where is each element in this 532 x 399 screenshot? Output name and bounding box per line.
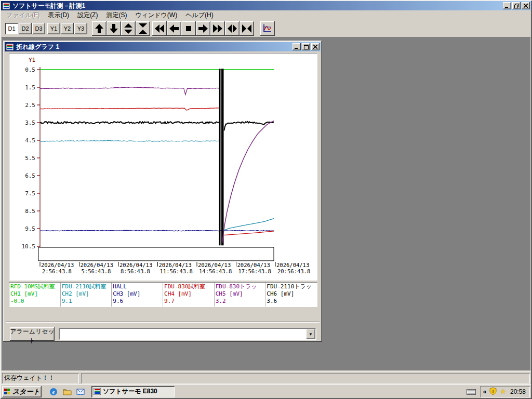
legend-channel-4: FDU-830試料室CH4 [mV]9.7: [163, 283, 215, 307]
legend-channel-3: HALLCH3 [mV]9.6: [112, 283, 163, 307]
toolbar-d1-button[interactable]: D1: [5, 23, 18, 34]
toolbar-up-button[interactable]: [92, 21, 107, 36]
svg-text:2026/04/13: 2026/04/13: [159, 262, 192, 268]
taskbar: スタート e ソフトサーモ E830 « ! ★ 20:58: [1, 384, 531, 398]
arrow-right-icon: [197, 23, 209, 34]
start-button[interactable]: スタート: [2, 386, 42, 397]
toolbar-stop-button[interactable]: [181, 21, 196, 36]
toolbar-compress-vertical-button[interactable]: [136, 21, 150, 36]
toolbar-forward-button[interactable]: [210, 21, 225, 36]
svg-text:5:56:43.8: 5:56:43.8: [82, 268, 111, 274]
clock[interactable]: 20:58: [510, 388, 526, 395]
tray-star-icon[interactable]: ★: [500, 388, 506, 395]
chart-window-titlebar: 折れ線グラフ 1: [5, 42, 321, 51]
menu-item-measure[interactable]: 測定(S): [102, 10, 131, 21]
toolbar-graph-settings-button[interactable]: [260, 21, 275, 36]
legend-value: 9.7: [164, 298, 213, 305]
chart-window-title: 折れ線グラフ 1: [16, 43, 291, 51]
toolbar: D1D2D3 Y1Y2Y3: [1, 20, 531, 37]
series-CH4-before: [40, 108, 219, 110]
chart-window: 折れ線グラフ 1 0.51.52.53.54.55.56.57.58.59.51…: [3, 41, 322, 342]
restore-button[interactable]: [512, 2, 521, 9]
svg-text:20:56:43.8: 20:56:43.8: [277, 268, 310, 274]
alarm-combobox[interactable]: ▼: [59, 328, 316, 340]
svg-text:10.5: 10.5: [22, 243, 36, 250]
double-left-icon: [154, 23, 165, 34]
toolbar-rewind-button[interactable]: [152, 21, 167, 36]
svg-text:e: e: [52, 389, 55, 395]
legend-ch: CH1 [mV]: [10, 290, 59, 298]
status-message: 保存ウェイト！！: [4, 374, 55, 382]
security-shield-icon[interactable]: !: [489, 387, 497, 396]
alarm-row: アラームリセット ▼: [10, 327, 316, 341]
legend-channel-6: FDU-2110トラッCH6 [mV]3.6: [265, 283, 317, 307]
toolbar-d2-button[interactable]: D2: [19, 23, 32, 34]
legend-name: FDU-830試料室: [164, 283, 213, 290]
legend-name: FDU-2110試料室: [62, 283, 111, 290]
svg-text:17:56:43.8: 17:56:43.8: [238, 268, 271, 274]
toolbar-down-button[interactable]: [107, 21, 121, 36]
alarm-reset-button[interactable]: アラームリセット: [10, 327, 55, 341]
series-CH2-after: [223, 219, 274, 231]
toolbar-expand-horizontal-button[interactable]: [225, 21, 240, 36]
series-CH6-before: [40, 122, 219, 124]
svg-text:4.5: 4.5: [25, 137, 35, 144]
svg-text:2026/04/13: 2026/04/13: [276, 262, 309, 268]
toolbar-y3-button[interactable]: Y3: [74, 23, 87, 34]
menu-item-file[interactable]: ファイル(F): [2, 10, 44, 21]
status-message-panel: 保存ウェイト！！: [2, 373, 79, 383]
svg-text:7.5: 7.5: [25, 190, 35, 197]
triangles-in-vertical-icon: [137, 23, 149, 34]
graph-panel: 0.51.52.53.54.55.56.57.58.59.510.5Y12026…: [9, 53, 317, 281]
quicklaunch-folder-icon[interactable]: [62, 387, 72, 396]
minimize-button[interactable]: [503, 2, 511, 9]
start-button-label: スタート: [12, 387, 40, 396]
stop-icon: [183, 23, 194, 34]
arrow-up-icon: [94, 23, 105, 34]
legend-name: RFD-10MS試料室: [10, 283, 59, 290]
svg-text:2026/04/13: 2026/04/13: [237, 262, 270, 268]
chart-close-button[interactable]: [311, 43, 320, 50]
series-CH5-before: [40, 87, 219, 95]
legend-value: -0.0: [10, 298, 59, 305]
combobox-dropdown-button[interactable]: ▼: [306, 329, 315, 339]
svg-text:2026/04/13: 2026/04/13: [81, 262, 113, 268]
menu-item-setting[interactable]: 設定(Z): [73, 10, 102, 21]
svg-text:Y1: Y1: [29, 57, 35, 63]
tray-collapse-chevron[interactable]: «: [483, 388, 487, 395]
svg-text:1.5: 1.5: [25, 84, 35, 91]
chart-minimize-button[interactable]: [292, 43, 301, 50]
menu-item-help[interactable]: ヘルプ(H): [181, 10, 218, 21]
toolbar-step-right-button[interactable]: [196, 21, 210, 36]
legend-channel-5: FDU-830トラッCH5 [mV]3.2: [215, 283, 266, 307]
menu-item-view[interactable]: 表示(D): [44, 10, 73, 21]
app-window: ソフトサーモ計測－計測1 ファイル(F)表示(D)設定(Z)測定(S)ウィンドウ…: [0, 0, 532, 399]
chart-maximize-button[interactable]: [302, 43, 310, 50]
triangles-out-vertical-icon: [123, 23, 134, 34]
legend-ch: CH3 [mV]: [113, 290, 162, 298]
series-CH4-after: [223, 231, 274, 235]
toolbar-d3-button[interactable]: D3: [32, 23, 45, 34]
keyboard-language-icon[interactable]: [467, 388, 476, 395]
series-CH3: [40, 230, 274, 231]
quicklaunch-ie-icon[interactable]: e: [49, 387, 58, 396]
series-CH6-after: [224, 122, 274, 131]
triangles-out-horizontal-icon: [227, 23, 238, 34]
legend-name: FDU-2110トラッ: [267, 283, 316, 290]
menu-item-window[interactable]: ウィンドウ(W): [131, 10, 181, 21]
toolbar-compress-horizontal-button[interactable]: [240, 21, 254, 36]
toolbar-expand-vertical-button[interactable]: [121, 21, 136, 36]
taskbar-app-button[interactable]: ソフトサーモ E830: [91, 386, 175, 397]
toolbar-y1-button[interactable]: Y1: [47, 23, 60, 34]
quick-launch: e: [49, 387, 85, 396]
close-button[interactable]: [522, 2, 530, 9]
app-icon: [94, 388, 101, 395]
quicklaunch-outlook-icon[interactable]: [76, 387, 85, 396]
svg-text:3.5: 3.5: [25, 119, 35, 126]
svg-text:2026/04/13: 2026/04/13: [198, 262, 231, 268]
app-icon: [2, 2, 10, 9]
toolbar-y2-button[interactable]: Y2: [61, 23, 74, 34]
svg-text:5.5: 5.5: [25, 155, 35, 162]
legend-name: HALL: [113, 283, 162, 290]
toolbar-step-left-button[interactable]: [167, 21, 181, 36]
